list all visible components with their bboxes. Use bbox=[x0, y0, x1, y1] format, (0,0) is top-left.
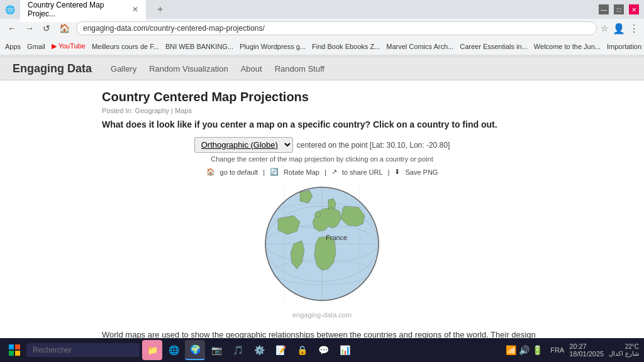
browser-chrome: 🌐 Country Centered Map Projec... ✕ + — □… bbox=[0, 0, 644, 58]
bookmark-youtube[interactable]: ▶ YouTube bbox=[52, 42, 86, 50]
taskbar-location: 22°C شارع اكدال bbox=[609, 343, 639, 357]
bookmark-5[interactable]: Marvel Comics Arch... bbox=[386, 43, 453, 50]
bookmark-7[interactable]: Welcome to the Jun... bbox=[534, 43, 601, 50]
bookmark-6[interactable]: Career Essentials in... bbox=[460, 43, 528, 50]
network-icon[interactable]: 📶 bbox=[506, 345, 516, 355]
svg-rect-9 bbox=[9, 344, 14, 349]
bookmark-2[interactable]: BNI WEB BANKING... bbox=[165, 43, 233, 50]
hint-text: Change the center of the map projection … bbox=[211, 155, 433, 163]
close-button[interactable]: ✕ bbox=[629, 4, 639, 14]
pinned-apps: 📁 🌐 🌍 📷 🎵 ⚙️ 📝 🔒 💬 📊 bbox=[142, 340, 355, 360]
back-button[interactable]: ← bbox=[5, 22, 19, 35]
taskbar-app-6[interactable]: ⚙️ bbox=[249, 340, 269, 360]
site-logo: Engaging Data bbox=[13, 62, 92, 75]
taskbar-app-7[interactable]: 📝 bbox=[270, 340, 291, 360]
menu-icon[interactable]: ⋮ bbox=[629, 23, 639, 35]
globe-wrapper[interactable]: France bbox=[259, 181, 385, 307]
title-bar: 🌐 Country Centered Map Projec... ✕ + — □… bbox=[0, 0, 644, 19]
new-tab-button[interactable]: + bbox=[153, 0, 167, 19]
volume-icon[interactable]: 🔊 bbox=[519, 345, 530, 355]
projection-select-row: Orthographic (Globe) Mercator Mollweide … bbox=[102, 137, 542, 153]
taskbar-app-3[interactable]: 🌍 bbox=[185, 340, 205, 360]
nav-random-viz[interactable]: Random Visualization bbox=[149, 64, 228, 74]
rotate-icon: 🔄 bbox=[270, 168, 279, 176]
battery-icon[interactable]: 🔋 bbox=[532, 345, 543, 355]
article-subtitle: What does it look like if you center a m… bbox=[102, 119, 542, 129]
article-meta: Posted In: Geography | Maps bbox=[102, 107, 542, 114]
separator-3: | bbox=[388, 168, 390, 176]
home-icon: 🏠 bbox=[206, 168, 215, 176]
bookmark-4[interactable]: Find Book Ebooks Z... bbox=[312, 43, 380, 50]
taskbar-app-5[interactable]: 🎵 bbox=[228, 340, 248, 360]
page-content: Engaging Data Gallery Random Visualizati… bbox=[0, 58, 644, 338]
profile-icon[interactable]: 👤 bbox=[613, 23, 625, 35]
nav-gallery[interactable]: Gallery bbox=[111, 64, 136, 74]
svg-rect-11 bbox=[9, 351, 14, 356]
taskbar-app-2[interactable]: 🌐 bbox=[164, 340, 184, 360]
reload-button[interactable]: ↺ bbox=[40, 22, 53, 35]
globe-svg[interactable] bbox=[259, 181, 385, 307]
share-icon: ↗ bbox=[331, 168, 337, 176]
svg-rect-10 bbox=[15, 344, 20, 349]
maximize-button[interactable]: □ bbox=[614, 4, 624, 14]
nav-random-stuff[interactable]: Random Stuff bbox=[275, 64, 325, 74]
nav-bar: ← → ↺ 🏠 ☆ 👤 ⋮ bbox=[0, 19, 644, 38]
forward-button[interactable]: → bbox=[23, 22, 36, 35]
go-to-default-link[interactable]: go to default bbox=[220, 168, 258, 176]
window-controls: — □ ✕ bbox=[599, 4, 639, 14]
bookmark-apps[interactable]: Apps bbox=[5, 43, 21, 50]
bookmark-1[interactable]: Meilleurs cours de F... bbox=[92, 43, 159, 50]
address-bar[interactable] bbox=[76, 21, 597, 35]
bookmarks-bar: Apps Gmail ▶ YouTube Meilleurs cours de … bbox=[0, 38, 644, 55]
viz-controls-row2: 🏠 go to default | 🔄 Rotate Map | ↗ to sh… bbox=[102, 168, 542, 176]
article-title: Country Centered Map Projections bbox=[102, 90, 542, 104]
tab-close-icon[interactable]: ✕ bbox=[132, 5, 138, 14]
tab-title: Country Centered Map Projec... bbox=[28, 1, 128, 18]
svg-rect-12 bbox=[15, 351, 20, 356]
viz-controls-hint: Change the center of the map projection … bbox=[102, 155, 542, 163]
taskbar-app-9[interactable]: 💬 bbox=[313, 340, 333, 360]
taskbar-app-1[interactable]: 📁 bbox=[142, 340, 162, 360]
separator-1: | bbox=[263, 168, 265, 176]
start-button[interactable] bbox=[5, 341, 24, 359]
viz-container: Orthographic (Globe) Mercator Mollweide … bbox=[102, 137, 542, 319]
system-tray: 📶 🔊 🔋 bbox=[506, 345, 543, 355]
site-nav-links: Gallery Random Visualization About Rando… bbox=[111, 64, 325, 74]
separator-2: | bbox=[325, 168, 326, 176]
body-paragraph-1: World maps are used to show the geograph… bbox=[102, 329, 542, 338]
tab-favicon: 🌐 bbox=[5, 5, 15, 14]
site-nav: Engaging Data Gallery Random Visualizati… bbox=[0, 58, 644, 80]
bookmark-gmail[interactable]: Gmail bbox=[27, 43, 45, 50]
taskbar-datetime: 20:27 18/01/2025 bbox=[569, 343, 604, 358]
save-png-link[interactable]: Save PNG bbox=[405, 168, 438, 176]
taskbar-language: FRA bbox=[550, 346, 564, 354]
windows-logo-icon bbox=[8, 344, 21, 356]
bookmark-3[interactable]: Plugin Wordpress g... bbox=[240, 43, 306, 50]
taskbar-temp: 22°C bbox=[609, 343, 639, 350]
taskbar-app-8[interactable]: 🔒 bbox=[292, 340, 312, 360]
taskbar: 📁 🌐 🌍 📷 🎵 ⚙️ 📝 🔒 💬 📊 📶 🔊 🔋 FRA 20:27 18/… bbox=[0, 338, 644, 362]
active-tab[interactable]: Country Centered Map Projec... ✕ bbox=[20, 0, 146, 22]
projection-select[interactable]: Orthographic (Globe) Mercator Mollweide … bbox=[194, 137, 293, 153]
taskbar-app-10[interactable]: 📊 bbox=[335, 340, 355, 360]
taskbar-date: 18/01/2025 bbox=[569, 350, 604, 358]
taskbar-time: 20:27 bbox=[569, 343, 604, 350]
article: Country Centered Map Projections Posted … bbox=[64, 80, 580, 338]
centered-on-text: centered on the point [Lat: 30.10, Lon: … bbox=[297, 141, 450, 150]
taskbar-app-4[interactable]: 📷 bbox=[206, 340, 226, 360]
share-url-link[interactable]: to share URL bbox=[342, 168, 383, 176]
taskbar-search-input[interactable] bbox=[26, 343, 140, 357]
watermark: engaging-data.com bbox=[102, 311, 542, 319]
download-icon: ⬇ bbox=[394, 168, 400, 176]
home-button[interactable]: 🏠 bbox=[57, 22, 72, 35]
article-body: World maps are used to show the geograph… bbox=[102, 329, 542, 338]
bookmark-8[interactable]: Importation Express bbox=[607, 43, 644, 50]
bookmark-star-icon[interactable]: ☆ bbox=[601, 23, 609, 33]
minimize-button[interactable]: — bbox=[599, 4, 609, 14]
taskbar-location-name: شارع اكدال bbox=[609, 350, 639, 357]
rotate-map-link[interactable]: Rotate Map bbox=[284, 168, 319, 176]
nav-about[interactable]: About bbox=[241, 64, 262, 74]
